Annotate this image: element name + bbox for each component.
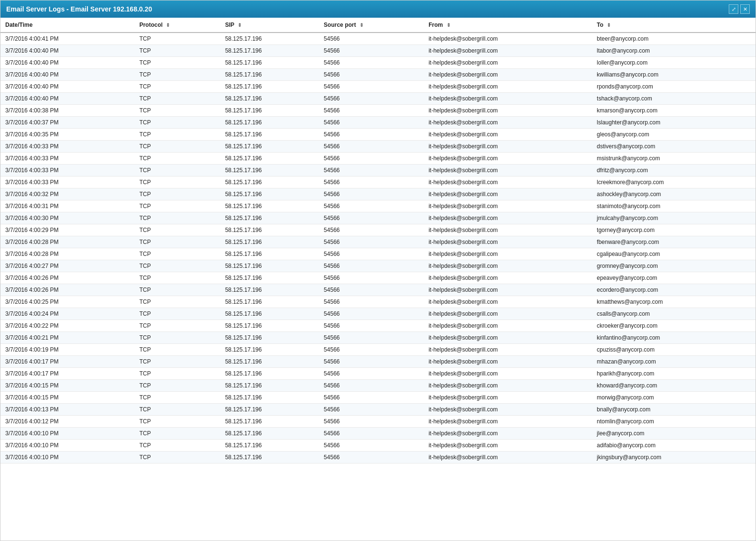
cell-sourceport: 54566 [319, 129, 424, 141]
table-body: 3/7/2016 4:00:41 PMTCP58.125.17.19654566… [0, 33, 756, 464]
col-header-sip-label: SIP [225, 22, 234, 28]
table-row[interactable]: 3/7/2016 4:00:15 PMTCP58.125.17.19654566… [0, 380, 756, 392]
col-header-protocol[interactable]: Protocol ⇕ [134, 18, 220, 33]
table-row[interactable]: 3/7/2016 4:00:21 PMTCP58.125.17.19654566… [0, 332, 756, 344]
table-row[interactable]: 3/7/2016 4:00:40 PMTCP58.125.17.19654566… [0, 57, 756, 69]
cell-sourceport: 54566 [319, 380, 424, 392]
cell-to: kmarson@anycorp.com [592, 105, 756, 117]
cell-from: it-helpdesk@sobergrill.com [424, 141, 592, 153]
table-row[interactable]: 3/7/2016 4:00:22 PMTCP58.125.17.19654566… [0, 320, 756, 332]
table-row[interactable]: 3/7/2016 4:00:38 PMTCP58.125.17.19654566… [0, 105, 756, 117]
table-row[interactable]: 3/7/2016 4:00:10 PMTCP58.125.17.19654566… [0, 428, 756, 440]
cell-from: it-helpdesk@sobergrill.com [424, 165, 592, 177]
cell-datetime: 3/7/2016 4:00:35 PM [0, 129, 134, 141]
cell-sip: 58.125.17.196 [220, 57, 319, 69]
table-row[interactable]: 3/7/2016 4:00:27 PMTCP58.125.17.19654566… [0, 260, 756, 272]
table-row[interactable]: 3/7/2016 4:00:17 PMTCP58.125.17.19654566… [0, 356, 756, 368]
table-row[interactable]: 3/7/2016 4:00:40 PMTCP58.125.17.19654566… [0, 93, 756, 105]
table-row[interactable]: 3/7/2016 4:00:24 PMTCP58.125.17.19654566… [0, 308, 756, 320]
cell-datetime: 3/7/2016 4:00:28 PM [0, 236, 134, 248]
table-row[interactable]: 3/7/2016 4:00:26 PMTCP58.125.17.19654566… [0, 272, 756, 284]
sip-sort-icon: ⇕ [238, 22, 241, 28]
cell-protocol: TCP [134, 236, 220, 248]
table-row[interactable]: 3/7/2016 4:00:10 PMTCP58.125.17.19654566… [0, 440, 756, 452]
table-row[interactable]: 3/7/2016 4:00:17 PMTCP58.125.17.19654566… [0, 368, 756, 380]
cell-sip: 58.125.17.196 [220, 380, 319, 392]
table-row[interactable]: 3/7/2016 4:00:26 PMTCP58.125.17.19654566… [0, 284, 756, 296]
cell-sip: 58.125.17.196 [220, 236, 319, 248]
cell-datetime: 3/7/2016 4:00:26 PM [0, 284, 134, 296]
cell-protocol: TCP [134, 129, 220, 141]
cell-sourceport: 54566 [319, 57, 424, 69]
table-row[interactable]: 3/7/2016 4:00:28 PMTCP58.125.17.19654566… [0, 236, 756, 248]
table-row[interactable]: 3/7/2016 4:00:29 PMTCP58.125.17.19654566… [0, 224, 756, 236]
cell-from: it-helpdesk@sobergrill.com [424, 296, 592, 308]
table-row[interactable]: 3/7/2016 4:00:19 PMTCP58.125.17.19654566… [0, 344, 756, 356]
table-row[interactable]: 3/7/2016 4:00:12 PMTCP58.125.17.19654566… [0, 416, 756, 428]
cell-sip: 58.125.17.196 [220, 188, 319, 200]
col-header-sourceport[interactable]: Source port ⇕ [319, 18, 424, 33]
table-row[interactable]: 3/7/2016 4:00:33 PMTCP58.125.17.19654566… [0, 153, 756, 165]
protocol-sort-icon: ⇕ [166, 22, 170, 28]
cell-to: jlee@anycorp.com [592, 428, 756, 440]
cell-datetime: 3/7/2016 4:00:37 PM [0, 117, 134, 129]
sourceport-sort-icon: ⇕ [360, 22, 363, 28]
cell-datetime: 3/7/2016 4:00:40 PM [0, 93, 134, 105]
table-row[interactable]: 3/7/2016 4:00:15 PMTCP58.125.17.19654566… [0, 392, 756, 404]
cell-to: jkingsbury@anycorp.com [592, 452, 756, 464]
cell-protocol: TCP [134, 188, 220, 200]
cell-to: msistrunk@anycorp.com [592, 153, 756, 165]
cell-sourceport: 54566 [319, 428, 424, 440]
cell-datetime: 3/7/2016 4:00:33 PM [0, 177, 134, 188]
table-row[interactable]: 3/7/2016 4:00:31 PMTCP58.125.17.19654566… [0, 200, 756, 212]
table-row[interactable]: 3/7/2016 4:00:33 PMTCP58.125.17.19654566… [0, 165, 756, 177]
cell-to: gleos@anycorp.com [592, 129, 756, 141]
cell-sip: 58.125.17.196 [220, 344, 319, 356]
table-row[interactable]: 3/7/2016 4:00:10 PMTCP58.125.17.19654566… [0, 452, 756, 464]
table-row[interactable]: 3/7/2016 4:00:40 PMTCP58.125.17.19654566… [0, 45, 756, 57]
col-header-from[interactable]: From ⇕ [424, 18, 592, 33]
table-row[interactable]: 3/7/2016 4:00:35 PMTCP58.125.17.19654566… [0, 129, 756, 141]
cell-to: lslaughter@anycorp.com [592, 117, 756, 129]
table-row[interactable]: 3/7/2016 4:00:40 PMTCP58.125.17.19654566… [0, 81, 756, 93]
table-row[interactable]: 3/7/2016 4:00:33 PMTCP58.125.17.19654566… [0, 141, 756, 153]
table-row[interactable]: 3/7/2016 4:00:32 PMTCP58.125.17.19654566… [0, 188, 756, 200]
cell-datetime: 3/7/2016 4:00:10 PM [0, 428, 134, 440]
table-row[interactable]: 3/7/2016 4:00:40 PMTCP58.125.17.19654566… [0, 69, 756, 81]
cell-from: it-helpdesk@sobergrill.com [424, 33, 592, 45]
cell-datetime: 3/7/2016 4:00:24 PM [0, 308, 134, 320]
close-button[interactable]: ✕ [740, 4, 750, 14]
cell-from: it-helpdesk@sobergrill.com [424, 129, 592, 141]
cell-sip: 58.125.17.196 [220, 153, 319, 165]
cell-sip: 58.125.17.196 [220, 440, 319, 452]
cell-to: mhazan@anycorp.com [592, 356, 756, 368]
cell-from: it-helpdesk@sobergrill.com [424, 404, 592, 416]
cell-protocol: TCP [134, 296, 220, 308]
cell-sourceport: 54566 [319, 177, 424, 188]
cell-sip: 58.125.17.196 [220, 117, 319, 129]
cell-datetime: 3/7/2016 4:00:28 PM [0, 248, 134, 260]
col-header-sip[interactable]: SIP ⇕ [220, 18, 319, 33]
maximize-button[interactable]: ⤢ [729, 4, 738, 14]
cell-from: it-helpdesk@sobergrill.com [424, 284, 592, 296]
cell-sip: 58.125.17.196 [220, 272, 319, 284]
cell-sip: 58.125.17.196 [220, 165, 319, 177]
cell-datetime: 3/7/2016 4:00:33 PM [0, 153, 134, 165]
table-row[interactable]: 3/7/2016 4:00:33 PMTCP58.125.17.19654566… [0, 177, 756, 188]
cell-datetime: 3/7/2016 4:00:33 PM [0, 165, 134, 177]
cell-sip: 58.125.17.196 [220, 452, 319, 464]
cell-protocol: TCP [134, 69, 220, 81]
table-row[interactable]: 3/7/2016 4:00:28 PMTCP58.125.17.19654566… [0, 248, 756, 260]
table-row[interactable]: 3/7/2016 4:00:13 PMTCP58.125.17.19654566… [0, 404, 756, 416]
col-header-datetime[interactable]: Date/Time [0, 18, 134, 33]
cell-to: ltabor@anycorp.com [592, 45, 756, 57]
table-row[interactable]: 3/7/2016 4:00:37 PMTCP58.125.17.19654566… [0, 117, 756, 129]
col-header-to[interactable]: To ⇕ [592, 18, 756, 33]
table-row[interactable]: 3/7/2016 4:00:25 PMTCP58.125.17.19654566… [0, 296, 756, 308]
cell-sourceport: 54566 [319, 81, 424, 93]
table-row[interactable]: 3/7/2016 4:00:30 PMTCP58.125.17.19654566… [0, 212, 756, 224]
cell-from: it-helpdesk@sobergrill.com [424, 117, 592, 129]
cell-sip: 58.125.17.196 [220, 320, 319, 332]
cell-from: it-helpdesk@sobergrill.com [424, 440, 592, 452]
table-row[interactable]: 3/7/2016 4:00:41 PMTCP58.125.17.19654566… [0, 33, 756, 45]
